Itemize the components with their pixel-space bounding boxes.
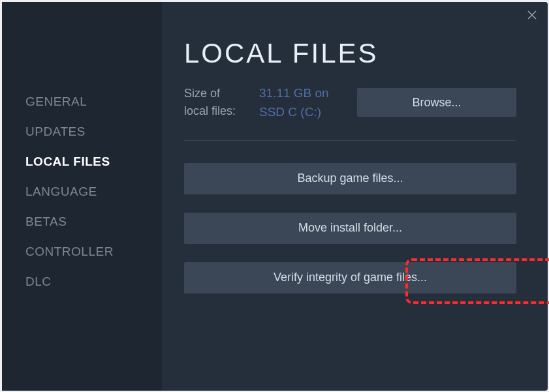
size-info-row: Size of local files: 31.11 GB on SSD C (…	[184, 83, 516, 141]
sidebar-item-language[interactable]: LANGUAGE	[2, 177, 162, 207]
sidebar: GENERAL UPDATES LOCAL FILES LANGUAGE BET…	[2, 2, 162, 391]
size-label: Size of local files:	[184, 85, 246, 120]
sidebar-item-label: GENERAL	[25, 95, 87, 108]
size-value: 31.11 GB on SSD C (C:)	[259, 83, 344, 122]
sidebar-item-local-files[interactable]: LOCAL FILES	[2, 147, 162, 177]
move-install-button[interactable]: Move install folder...	[184, 213, 516, 244]
content-panel: LOCAL FILES Size of local files: 31.11 G…	[162, 2, 548, 391]
sidebar-item-controller[interactable]: CONTROLLER	[2, 237, 162, 267]
sidebar-item-betas[interactable]: BETAS	[2, 207, 162, 237]
verify-integrity-button[interactable]: Verify integrity of game files...	[184, 262, 516, 294]
backup-button[interactable]: Backup game files...	[184, 163, 516, 194]
sidebar-item-label: LOCAL FILES	[25, 155, 110, 168]
sidebar-item-dlc[interactable]: DLC	[2, 267, 162, 297]
sidebar-item-label: DLC	[25, 275, 52, 288]
sidebar-item-label: LANGUAGE	[25, 185, 97, 198]
sidebar-item-label: CONTROLLER	[25, 245, 114, 258]
browse-button[interactable]: Browse...	[357, 88, 516, 117]
page-title: LOCAL FILES	[184, 38, 516, 69]
sidebar-item-label: BETAS	[25, 215, 67, 228]
sidebar-item-updates[interactable]: UPDATES	[2, 117, 162, 147]
sidebar-item-label: UPDATES	[25, 125, 86, 138]
sidebar-item-general[interactable]: GENERAL	[2, 87, 162, 117]
properties-modal: GENERAL UPDATES LOCAL FILES LANGUAGE BET…	[2, 2, 548, 391]
